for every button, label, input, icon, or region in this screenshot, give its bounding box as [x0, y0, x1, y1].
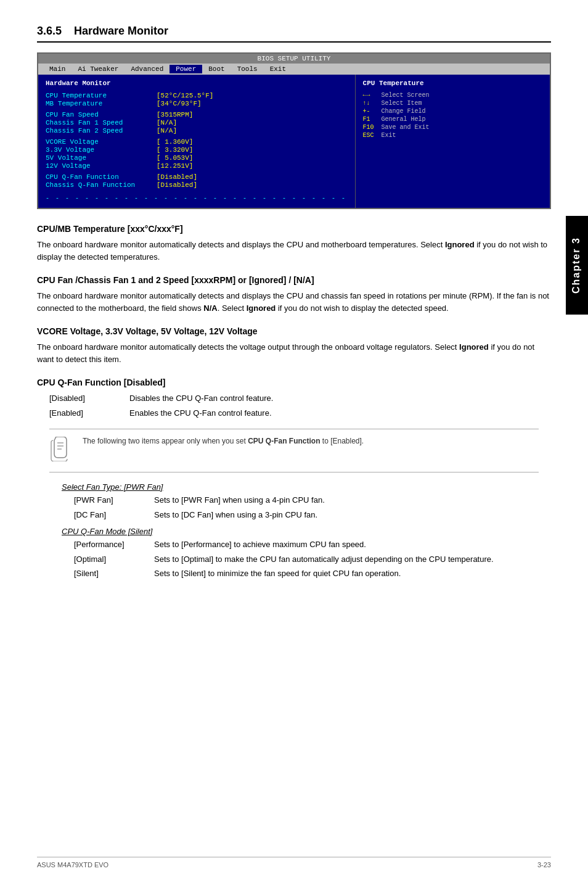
bios-key-f10: F10 Save and Exit	[363, 124, 542, 131]
bios-label-mb-temp: MB Temperature	[46, 100, 157, 107]
bios-tab-bar: Main Ai Tweaker Advanced Power Boot Tool…	[38, 64, 550, 75]
fan-type-pwr-desc: Sets to [PWR Fan] when using a 4-pin CPU…	[154, 494, 551, 506]
fan-type-def-list: [PWR Fan] Sets to [PWR Fan] when using a…	[74, 494, 551, 521]
bios-row-5v: 5V Voltage [ 5.053V]	[46, 154, 348, 162]
note-icon	[49, 437, 74, 466]
bios-value-cpu-qfan: [Disabled]	[157, 173, 197, 181]
bios-key-change-field: +- Change Field	[363, 108, 542, 115]
qfan-mode-perf-desc: Sets to [Performance] to achieve maximum…	[154, 538, 551, 551]
body-fan-speed: The onboard hardware monitor automatical…	[37, 290, 551, 314]
qfan-mode-optimal: [Optimal] Sets to [Optimal] to make the …	[74, 553, 551, 566]
fan-type-pwr: [PWR Fan] Sets to [PWR Fan] when using a…	[74, 494, 551, 506]
bios-title-bar: BIOS SETUP UTILITY	[38, 54, 550, 64]
bios-label-cpu-fan: CPU Fan Speed	[46, 111, 157, 118]
bios-row-3v3: 3.3V Voltage [ 3.320V]	[46, 146, 348, 154]
bios-key-select-screen: ←→ Select Screen	[363, 92, 542, 99]
bios-row-mb-temp: MB Temperature [34°C/93°F]	[46, 100, 348, 107]
bios-tab-boot[interactable]: Boot	[202, 65, 231, 73]
note-box: The following two items appear only when…	[49, 429, 539, 472]
bios-row-cpu-temp: CPU Temperature [52°C/125.5°F]	[46, 92, 348, 99]
bios-label-vcore: VCORE Voltage	[46, 138, 157, 146]
qfan-mode-perf-term: [Performance]	[74, 538, 154, 551]
bios-tab-exit[interactable]: Exit	[264, 65, 292, 73]
bios-tab-advanced[interactable]: Advanced	[125, 65, 169, 73]
bios-screen: BIOS SETUP UTILITY Main Ai Tweaker Advan…	[37, 52, 551, 209]
qfan-term-enabled: [Enabled]	[49, 407, 129, 419]
qfan-mode-silent-desc: Sets to [Silent] to minimize the fan spe…	[154, 567, 551, 580]
bios-tab-power[interactable]: Power	[169, 65, 202, 73]
qfan-mode-silent-term: [Silent]	[74, 567, 154, 580]
bios-key-desc-f10: Save and Exit	[382, 124, 430, 131]
footer-page: 3-23	[537, 861, 551, 868]
qfan-mode-performance: [Performance] Sets to [Performance] to a…	[74, 538, 551, 551]
bios-label-cpu-temp: CPU Temperature	[46, 92, 157, 99]
bios-row-chassis1-fan: Chassis Fan 1 Speed [N/A]	[46, 119, 348, 126]
bios-voltage-group: VCORE Voltage [ 1.360V] 3.3V Voltage [ 3…	[46, 138, 348, 170]
qfan-term-disabled: [Disabled]	[49, 392, 129, 405]
bios-label-chassis-qfan: Chassis Q-Fan Function	[46, 181, 157, 189]
bios-qfan-group: CPU Q-Fan Function [Disabled] Chassis Q-…	[46, 173, 348, 189]
bios-tab-tools[interactable]: Tools	[231, 65, 264, 73]
bios-title: BIOS SETUP UTILITY	[258, 55, 331, 62]
qfan-def-list: [Disabled] Disables the CPU Q-Fan contro…	[49, 392, 551, 419]
bios-key-f1: F1 General Help	[363, 116, 542, 123]
bios-value-5v: [ 5.053V]	[157, 154, 193, 162]
bios-left-title: Hardware Monitor	[46, 80, 348, 87]
bios-value-mb-temp: [34°C/93°F]	[157, 100, 202, 107]
bios-temp-group: CPU Temperature [52°C/125.5°F] MB Temper…	[46, 92, 348, 107]
bios-key-desc-f1: General Help	[382, 116, 426, 123]
bios-right-title: CPU Temperature	[363, 80, 542, 87]
body-voltage: The onboard hardware monitor automatical…	[37, 341, 551, 365]
qfan-def-enabled: [Enabled] Enables the CPU Q-Fan control …	[49, 407, 551, 419]
bios-value-3v3: [ 3.320V]	[157, 146, 193, 154]
bios-key-sym-plusminus: +-	[363, 108, 382, 115]
bios-dashes: - - - - - - - - - - - - - - - - - - - - …	[46, 192, 348, 203]
section-number: 3.6.5	[37, 25, 62, 37]
chapter-label: Chapter 3	[571, 237, 581, 294]
sub-section-qfan-mode-title: CPU Q-Fan Mode [Silent]	[62, 527, 551, 536]
bios-row-chassis2-fan: Chassis Fan 2 Speed [N/A]	[46, 127, 348, 134]
bios-label-cpu-qfan: CPU Q-Fan Function	[46, 173, 157, 181]
bios-row-12v: 12V Voltage [12.251V]	[46, 162, 348, 170]
bios-value-vcore: [ 1.360V]	[157, 138, 193, 146]
bios-row-chassis-qfan: Chassis Q-Fan Function [Disabled]	[46, 181, 348, 189]
bios-key-sym-esc: ESC	[363, 132, 382, 139]
bios-value-chassis-qfan: [Disabled]	[157, 181, 197, 189]
subsection-cpu-mb-temp-title: CPU/MB Temperature [xxx°C/xxx°F]	[37, 224, 551, 234]
body-cpu-mb-temp: The onboard hardware monitor automatical…	[37, 239, 551, 263]
bios-row-vcore: VCORE Voltage [ 1.360V]	[46, 138, 348, 146]
bios-tab-main[interactable]: Main	[43, 65, 71, 73]
sub-section-fan-type: Select Fan Type: [PWR Fan] [PWR Fan] Set…	[62, 482, 551, 521]
bios-key-desc-select-item: Select Item	[382, 100, 422, 107]
bios-key-desc-change-field: Change Field	[382, 108, 426, 115]
qfan-mode-opt-desc: Sets to [Optimal] to make the CPU fan au…	[154, 553, 551, 566]
bios-key-sym-f10: F10	[363, 124, 382, 131]
subsection-voltage-title: VCORE Voltage, 3.3V Voltage, 5V Voltage,…	[37, 326, 551, 336]
bios-key-sym-arrows: ←→	[363, 92, 382, 99]
bios-tab-aitweaker[interactable]: Ai Tweaker	[71, 65, 125, 73]
bios-label-3v3: 3.3V Voltage	[46, 146, 157, 154]
fan-type-dc-desc: Sets to [DC Fan] when using a 3-pin CPU …	[154, 509, 551, 521]
subsection-qfan-title: CPU Q-Fan Function [Disabled]	[37, 377, 551, 387]
bios-right-panel: CPU Temperature ←→ Select Screen ↑↓ Sele…	[356, 75, 550, 208]
subsection-fan-speed-title: CPU Fan /Chassis Fan 1 and 2 Speed [xxxx…	[37, 275, 551, 285]
sub-section-fan-type-title: Select Fan Type: [PWR Fan]	[62, 482, 551, 492]
section-title: Hardware Monitor	[74, 25, 168, 37]
bios-row-cpu-qfan: CPU Q-Fan Function [Disabled]	[46, 173, 348, 181]
fan-type-dc: [DC Fan] Sets to [DC Fan] when using a 3…	[74, 509, 551, 521]
fan-type-dc-term: [DC Fan]	[74, 509, 154, 521]
bios-label-chassis1-fan: Chassis Fan 1 Speed	[46, 119, 157, 126]
qfan-mode-opt-term: [Optimal]	[74, 553, 154, 566]
qfan-mode-def-list: [Performance] Sets to [Performance] to a…	[74, 538, 551, 580]
bios-label-chassis2-fan: Chassis Fan 2 Speed	[46, 127, 157, 134]
bios-key-select-item: ↑↓ Select Item	[363, 100, 542, 107]
bios-key-sym-f1: F1	[363, 116, 382, 123]
bios-left-panel: Hardware Monitor CPU Temperature [52°C/1…	[38, 75, 356, 208]
qfan-desc-disabled: Disables the CPU Q-Fan control feature.	[129, 392, 551, 405]
qfan-desc-enabled: Enables the CPU Q-Fan control feature.	[129, 407, 551, 419]
bios-row-cpu-fan: CPU Fan Speed [3515RPM]	[46, 111, 348, 118]
bios-body: Hardware Monitor CPU Temperature [52°C/1…	[38, 75, 550, 208]
bios-key-sym-updown: ↑↓	[363, 100, 382, 107]
bios-key-desc-select-screen: Select Screen	[382, 92, 430, 99]
bios-fan-group: CPU Fan Speed [3515RPM] Chassis Fan 1 Sp…	[46, 111, 348, 134]
